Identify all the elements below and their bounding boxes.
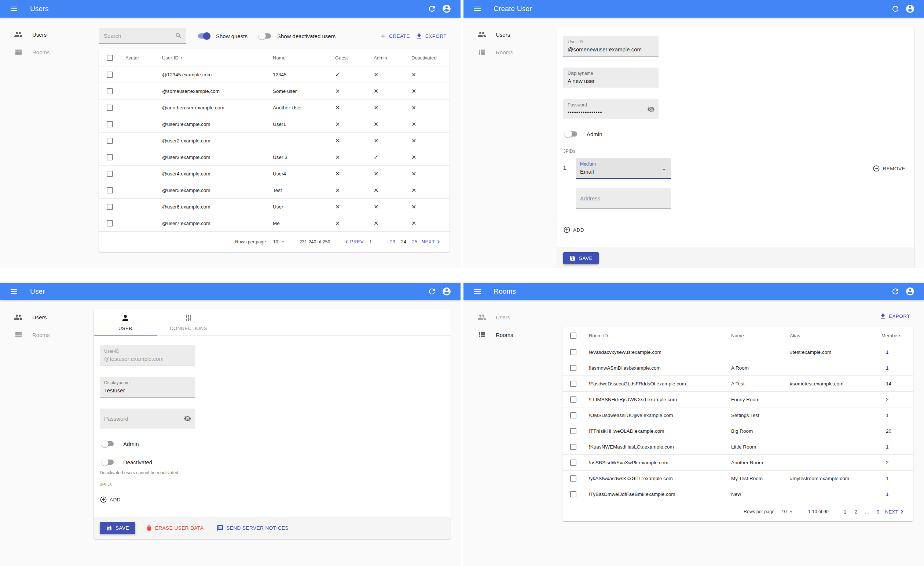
page-number[interactable]: 2 bbox=[850, 509, 862, 515]
menu-icon[interactable] bbox=[7, 284, 21, 299]
select-all-checkbox[interactable] bbox=[107, 55, 113, 61]
sidebar-item-rooms[interactable]: Rooms bbox=[0, 43, 94, 61]
password-field[interactable]: Password •••••••••••••••• bbox=[563, 99, 658, 119]
displayname-field[interactable]: Displayname Testuser bbox=[100, 377, 195, 397]
row-checkbox[interactable] bbox=[570, 412, 576, 418]
next-page-button[interactable]: NEXT bbox=[884, 508, 907, 515]
user-table-row[interactable]: @user6:example.com User ✕ ✕ ✕ bbox=[99, 199, 450, 215]
select-all-checkbox[interactable] bbox=[570, 333, 576, 339]
medium-select[interactable]: Medium Email bbox=[576, 158, 671, 179]
displayname-field[interactable]: Displayname A new user bbox=[563, 68, 658, 88]
export-button[interactable]: EXPORT bbox=[876, 310, 913, 322]
rows-per-page-select[interactable]: 10 bbox=[273, 239, 286, 245]
show-deactivated-toggle[interactable] bbox=[258, 32, 272, 40]
col-user-id[interactable]: User-ID↑ bbox=[157, 55, 268, 60]
user-table-row[interactable]: @someuser:example.com Some user ✕ ✕ ✕ bbox=[99, 83, 450, 99]
row-checkbox[interactable] bbox=[570, 396, 576, 403]
page-number[interactable]: 9 bbox=[873, 509, 884, 515]
add-threepid-button[interactable]: ADD bbox=[563, 224, 587, 236]
user-table-row[interactable]: @user7:example.com Me ✕ ✕ ✕ bbox=[99, 215, 450, 232]
menu-icon[interactable] bbox=[7, 2, 21, 16]
row-checkbox[interactable] bbox=[107, 171, 113, 177]
room-table-row[interactable]: !asSBSlsdWEvaXwPk:example.com Another Ro… bbox=[562, 455, 913, 471]
address-field[interactable]: Address bbox=[576, 188, 671, 209]
remove-threepid-button[interactable]: REMOVE bbox=[870, 163, 908, 175]
user-table-row[interactable]: @user4:example.com User4 ✕ ✕ ✕ bbox=[99, 166, 450, 182]
room-table-row[interactable]: !LLIMSSNHrhRjsdWNXsd:example.com Funny R… bbox=[562, 391, 913, 408]
menu-icon[interactable] bbox=[470, 284, 485, 299]
password-field[interactable]: Password bbox=[100, 408, 195, 429]
page-number[interactable]: 1 bbox=[840, 509, 850, 515]
user-table-row[interactable]: @anotheruser:example.com Another User ✕ … bbox=[99, 99, 450, 116]
room-table-row[interactable]: !TyBasDmweIJdfFaeBmk:example.com New 1 bbox=[562, 486, 913, 502]
tab-connections[interactable]: CONNECTIONS bbox=[157, 309, 220, 336]
page-number[interactable]: … bbox=[376, 239, 387, 244]
row-checkbox[interactable] bbox=[107, 121, 113, 127]
row-checkbox[interactable] bbox=[570, 349, 576, 355]
row-checkbox[interactable] bbox=[107, 187, 113, 193]
tab-user[interactable]: USER bbox=[94, 309, 157, 336]
row-checkbox[interactable] bbox=[570, 365, 576, 371]
sidebar-item-users[interactable]: Users bbox=[0, 26, 94, 43]
row-checkbox[interactable] bbox=[107, 154, 113, 160]
refresh-icon[interactable] bbox=[424, 284, 439, 299]
page-number[interactable]: 23 bbox=[387, 239, 398, 244]
save-button[interactable]: SAVE bbox=[100, 522, 135, 534]
sidebar-item-users[interactable]: Users bbox=[464, 26, 557, 43]
rows-per-page-select[interactable]: 10 bbox=[782, 508, 795, 515]
room-table-row[interactable]: !OMSDsdweassllUUjjwe:example.com Setting… bbox=[562, 408, 913, 423]
row-checkbox[interactable] bbox=[107, 138, 113, 144]
sidebar-item-rooms[interactable]: Rooms bbox=[464, 326, 557, 343]
prev-page-button[interactable]: PREV bbox=[341, 238, 365, 245]
sidebar-item-rooms[interactable]: Rooms bbox=[464, 43, 557, 61]
send-server-notices-button[interactable]: SEND SERVER NOTICES bbox=[214, 522, 291, 534]
next-page-button[interactable]: NEXT bbox=[420, 238, 444, 245]
user-table-row[interactable]: @user3:example.com User 3 ✕ ✓ ✕ bbox=[99, 149, 450, 166]
sidebar-item-users[interactable]: Users bbox=[464, 308, 557, 326]
user-table-row[interactable]: @12345:example.com 12345 ✓ ✕ ✕ bbox=[99, 66, 450, 83]
room-table-row[interactable]: !FasdweDssccaGLdsFRddsOl:example.com A T… bbox=[562, 376, 913, 391]
row-checkbox[interactable] bbox=[107, 72, 113, 78]
page-number[interactable]: 25 bbox=[409, 239, 420, 244]
row-checkbox[interactable] bbox=[570, 459, 576, 466]
row-checkbox[interactable] bbox=[570, 381, 576, 387]
row-checkbox[interactable] bbox=[570, 444, 576, 450]
sidebar-item-rooms[interactable]: Rooms bbox=[0, 326, 94, 343]
row-checkbox[interactable] bbox=[107, 105, 113, 111]
create-button[interactable]: CREATE bbox=[376, 30, 413, 42]
row-checkbox[interactable] bbox=[107, 204, 113, 210]
refresh-icon[interactable] bbox=[888, 284, 903, 299]
row-checkbox[interactable] bbox=[107, 220, 113, 226]
deactivated-toggle[interactable] bbox=[101, 458, 114, 466]
row-checkbox[interactable] bbox=[570, 428, 576, 434]
visibility-off-icon[interactable] bbox=[184, 415, 191, 424]
room-table-row[interactable]: !eVasdacvxysewus:example.com #test:examp… bbox=[562, 344, 913, 360]
account-icon[interactable] bbox=[903, 284, 917, 299]
page-number[interactable]: 24 bbox=[398, 239, 409, 244]
room-table-row[interactable]: !ykAStwxasdwsKkxGlLL:example.com My Test… bbox=[562, 471, 913, 486]
page-number[interactable]: 1 bbox=[365, 239, 376, 244]
room-table-row[interactable]: !TTnIslkHHweOLAD:example.com Big Room 20 bbox=[562, 423, 913, 439]
refresh-icon[interactable] bbox=[424, 2, 439, 16]
refresh-icon[interactable] bbox=[888, 2, 903, 16]
admin-toggle[interactable] bbox=[565, 130, 578, 138]
search-input[interactable]: Search bbox=[99, 28, 186, 44]
user-table-row[interactable]: @user5:example.com Test ✕ ✕ ✕ bbox=[99, 182, 450, 199]
row-checkbox[interactable] bbox=[570, 475, 576, 482]
sidebar-item-users[interactable]: Users bbox=[0, 308, 94, 326]
account-icon[interactable] bbox=[439, 284, 454, 299]
room-table-row[interactable]: !KuasNWEMasdHasLOs:example.com Little Ro… bbox=[562, 439, 913, 455]
row-checkbox[interactable] bbox=[107, 88, 113, 94]
admin-toggle[interactable] bbox=[101, 440, 114, 447]
row-checkbox[interactable] bbox=[570, 491, 576, 497]
user-table-row[interactable]: @user2:example.com ✕ ✕ ✕ bbox=[99, 132, 450, 149]
export-button[interactable]: EXPORT bbox=[413, 30, 450, 42]
menu-icon[interactable] bbox=[470, 2, 485, 16]
user-id-field[interactable]: User-ID @somenewuser:example.com bbox=[563, 36, 658, 57]
room-table-row[interactable]: !lasmnwASmDllasi:example.com A Room 1 bbox=[562, 360, 913, 376]
save-button[interactable]: SAVE bbox=[563, 252, 599, 264]
account-icon[interactable] bbox=[439, 2, 454, 16]
user-table-row[interactable]: @user1:example.com User1 ✕ ✕ ✕ bbox=[99, 116, 450, 132]
add-threepid-button[interactable]: ADD bbox=[100, 494, 124, 506]
visibility-off-icon[interactable] bbox=[647, 105, 655, 114]
